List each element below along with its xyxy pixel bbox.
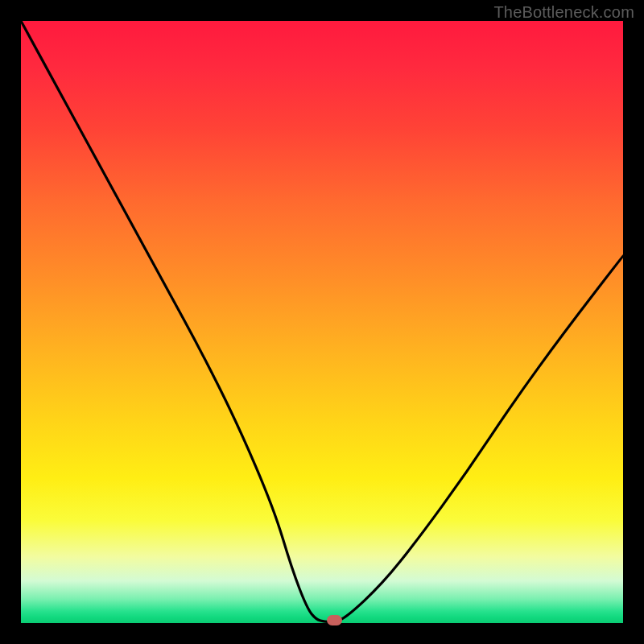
watermark-text: TheBottleneck.com (493, 3, 634, 22)
chart-container: TheBottleneck.com (0, 0, 644, 644)
optimal-point-marker (327, 615, 342, 625)
bottleneck-curve (21, 21, 623, 623)
plot-area (21, 21, 623, 623)
curve-path (21, 21, 623, 622)
